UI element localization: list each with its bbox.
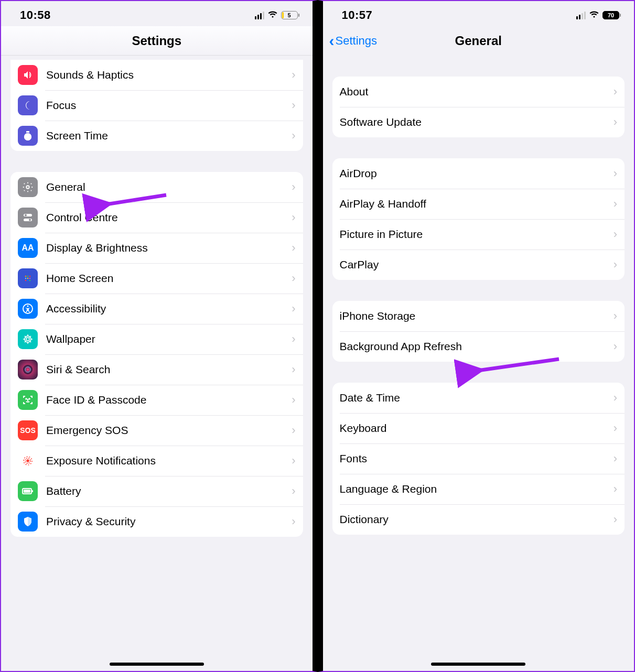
row-label: General (46, 181, 292, 193)
row-privacy-security[interactable]: Privacy & Security › (10, 506, 303, 537)
control-centre-icon (18, 208, 38, 227)
row-background-app-refresh[interactable]: Background App Refresh› (332, 331, 625, 362)
chevron-left-icon: ‹ (329, 33, 335, 49)
row-siri-search[interactable]: Siri & Search › (10, 354, 303, 385)
settings-group: General › Control Centre › AA Display & … (10, 172, 303, 537)
svg-point-26 (27, 460, 29, 462)
svg-point-17 (29, 280, 31, 281)
row-label: AirDrop (340, 167, 614, 180)
chevron-right-icon: › (292, 424, 295, 437)
row-screen-time[interactable]: Screen Time › (10, 121, 303, 151)
row-keyboard[interactable]: Keyboard› (332, 413, 625, 443)
row-software-update[interactable]: Software Update› (332, 107, 625, 137)
row-faceid-passcode[interactable]: Face ID & Passcode › (10, 385, 303, 415)
focus-icon (18, 95, 38, 115)
screen-time-icon (18, 126, 38, 146)
row-label: Control Centre (46, 211, 292, 224)
svg-point-10 (27, 276, 29, 277)
chevron-right-icon: › (614, 85, 617, 99)
chevron-right-icon: › (614, 167, 617, 180)
svg-point-24 (26, 398, 27, 399)
chevron-right-icon: › (292, 129, 295, 143)
row-label: Dictionary (340, 513, 614, 526)
back-button[interactable]: ‹ Settings (329, 33, 378, 49)
chevron-right-icon: › (614, 482, 617, 496)
siri-icon (18, 360, 38, 380)
settings-list[interactable]: Sounds & Haptics › Focus › Screen Time ›… (1, 56, 313, 663)
row-date-time[interactable]: Date & Time› (332, 383, 625, 413)
row-home-screen[interactable]: Home Screen › (10, 263, 303, 294)
svg-point-9 (25, 276, 27, 277)
svg-rect-30 (24, 490, 30, 493)
row-carplay[interactable]: CarPlay› (332, 250, 625, 280)
row-display-brightness[interactable]: AA Display & Brightness › (10, 233, 303, 263)
battery-icon: 70 (602, 11, 619, 19)
chevron-right-icon: › (614, 340, 617, 353)
row-general[interactable]: General › (10, 172, 303, 202)
wifi-icon (267, 10, 278, 21)
chevron-right-icon: › (292, 272, 295, 285)
row-label: Privacy & Security (46, 515, 292, 528)
svg-rect-1 (26, 131, 29, 132)
chevron-right-icon: › (292, 68, 295, 82)
row-airdrop[interactable]: AirDrop› (332, 158, 625, 189)
page-title: General (455, 34, 502, 48)
chevron-right-icon: › (614, 258, 617, 272)
row-label: Battery (46, 485, 292, 497)
chevron-right-icon: › (292, 99, 295, 112)
chevron-right-icon: › (292, 332, 295, 346)
status-indicators: 70 (576, 10, 619, 21)
row-control-centre[interactable]: Control Centre › (10, 202, 303, 233)
svg-point-15 (25, 280, 27, 281)
svg-point-13 (27, 278, 29, 279)
svg-point-6 (25, 214, 27, 216)
row-label: Face ID & Passcode (46, 394, 292, 406)
chevron-right-icon: › (292, 363, 295, 376)
svg-point-25 (29, 398, 30, 399)
home-indicator[interactable] (110, 663, 204, 666)
row-language-region[interactable]: Language & Region› (332, 474, 625, 504)
row-picture-in-picture[interactable]: Picture in Picture› (332, 219, 625, 250)
row-fonts[interactable]: Fonts› (332, 443, 625, 474)
row-label: Accessibility (46, 302, 292, 315)
row-exposure-notifications[interactable]: Exposure Notifications › (10, 446, 303, 476)
row-sounds-haptics[interactable]: Sounds & Haptics › (10, 60, 303, 90)
row-accessibility[interactable]: Accessibility › (10, 294, 303, 324)
svg-point-12 (25, 278, 27, 279)
chevron-right-icon: › (292, 454, 295, 468)
row-dictionary[interactable]: Dictionary› (332, 504, 625, 535)
row-airplay-handoff[interactable]: AirPlay & Handoff› (332, 189, 625, 219)
svg-point-19 (27, 306, 29, 307)
row-label: Screen Time (46, 129, 292, 142)
chevron-right-icon: › (614, 197, 617, 211)
row-label: Exposure Notifications (46, 454, 292, 467)
chevron-right-icon: › (292, 484, 295, 498)
row-focus[interactable]: Focus › (10, 90, 303, 121)
row-about[interactable]: About› (332, 77, 625, 107)
chevron-right-icon: › (614, 421, 617, 435)
cellular-icon (576, 12, 586, 19)
exposure-icon (18, 451, 38, 471)
privacy-icon (18, 512, 38, 532)
chevron-right-icon: › (614, 391, 617, 405)
display-icon: AA (18, 238, 38, 258)
row-label: Fonts (340, 452, 614, 465)
row-label: Background App Refresh (340, 340, 614, 353)
home-indicator[interactable] (431, 663, 525, 666)
chevron-right-icon: › (292, 515, 295, 528)
row-wallpaper[interactable]: Wallpaper › (10, 324, 303, 354)
row-battery[interactable]: Battery › (10, 476, 303, 506)
sos-icon: SOS (18, 420, 38, 440)
general-list[interactable]: About› Software Update› AirDrop› AirPlay… (323, 56, 634, 663)
row-label: Emergency SOS (46, 424, 292, 437)
chevron-right-icon: › (614, 513, 617, 526)
general-screen: 10:57 70 ‹ Settings General About› Softw… (318, 0, 636, 672)
svg-point-22 (23, 365, 33, 374)
row-emergency-sos[interactable]: SOS Emergency SOS › (10, 415, 303, 446)
status-bar: 10:58 5 (1, 1, 313, 26)
row-label: Picture in Picture (340, 228, 614, 241)
general-icon (18, 177, 38, 197)
row-iphone-storage[interactable]: iPhone Storage› (332, 301, 625, 331)
back-label: Settings (336, 34, 378, 48)
nav-bar: ‹ Settings General (323, 26, 634, 56)
